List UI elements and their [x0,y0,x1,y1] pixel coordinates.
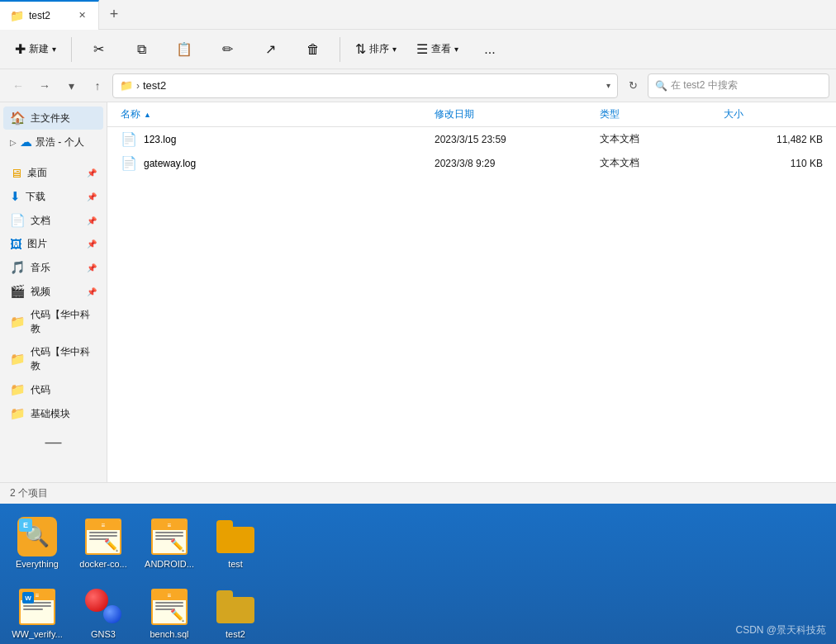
gns3-icon-img [83,587,123,627]
view-button[interactable]: ☰ 查看 ▾ [408,35,467,64]
address-dropdown-icon[interactable]: ▾ [606,81,610,90]
sidebar-item-label: 视频 [31,285,50,299]
search-icon: 🔍 [655,80,667,92]
file-document-icon: 📄 [121,131,137,147]
folder-icon: 📁 [10,352,26,367]
desktop-icon-docker[interactable]: ≡ ✏️ docker-co... [70,512,136,574]
everything-icon-img: 🔍 E [17,517,57,556]
gns3-balls [83,587,123,627]
desktop-icons-row2: ≡ W WW_verify... [0,582,836,644]
sidebar-item-cloud[interactable]: ▷ ☁ 景浩 - 个人 [3,130,103,154]
file-type: 文本文档 [600,132,724,146]
documents-icon: 📄 [10,213,26,228]
tab-close-button[interactable]: ✕ [75,9,88,22]
benchsql-icon-img: ≡ ✏️ [150,587,189,627]
file-size: 11,482 KB [724,134,823,145]
sidebar-item-videos[interactable]: 🎬 视频 📌 [3,280,103,303]
icon-label-wwverify: WW_verify... [12,629,63,639]
up-dropdown-button[interactable]: ▾ [59,74,83,97]
col-name-header[interactable]: 名称 ▲ [121,107,435,121]
toolbar-separator-2 [340,37,340,62]
icon-label-benchsql: bench.sql [150,629,188,639]
sidebar-item-code3[interactable]: 📁 代码 [3,378,103,401]
pin-icon: 📌 [87,168,97,178]
search-placeholder: 在 test2 中搜索 [671,78,738,92]
desktop-icon-test2[interactable]: test2 [202,582,268,644]
file-name: 123.log [144,134,176,145]
sidebar-item-pictures[interactable]: 🖼 图片 📌 [3,233,103,255]
copy-icon: ⧉ [137,42,146,57]
nav-bar: ← → ▾ ↑ 📁 › test2 ▾ ↻ 🔍 在 test2 中搜索 [0,69,836,102]
new-chevron-icon: ▾ [52,45,56,54]
parent-button[interactable]: ↑ [86,74,109,97]
file-list-header: 名称 ▲ 修改日期 类型 大小 [107,102,836,127]
docker-icon-img: ≡ ✏️ [83,517,123,556]
new-button[interactable]: ✚ 新建 ▾ [7,35,64,64]
explorer-window: 📁 test2 ✕ + ✚ 新建 ▾ ✂ ⧉ 📋 ✏ ↗ 🗑 [0,0,836,504]
table-row[interactable]: 📄 gateway.log 2023/3/8 9:29 文本文档 110 KB [107,151,836,175]
sort-button[interactable]: ⇅ 排序 ▾ [347,35,405,64]
wwverify-icon-img: ≡ W [17,587,57,627]
back-button[interactable]: ← [7,74,30,97]
file-type: 文本文档 [600,156,724,170]
file-name-cell: 📄 gateway.log [121,155,435,171]
refresh-button[interactable]: ↻ [621,74,644,97]
forward-button[interactable]: → [33,74,56,97]
pin-icon: 📌 [87,263,97,272]
rename-button[interactable]: ✏ [207,33,247,66]
icon-label-test: test [228,559,243,569]
pin-icon: 📌 [87,239,97,249]
pin-icon: 📌 [87,287,97,296]
desktop-icon-benchsql[interactable]: ≡ ✏️ bench.sql [136,582,202,644]
expand-icon: ▷ [10,138,17,147]
sidebar-item-code1[interactable]: 📁 代码【华中科教 [3,304,103,340]
test-folder-icon-img [216,517,255,556]
sidebar-item-label: 基础模块 [31,407,70,421]
file-list: 名称 ▲ 修改日期 类型 大小 📄 123.log 20 [107,102,836,482]
desktop-icon-gns3[interactable]: GNS3 [70,582,136,644]
search-box[interactable]: 🔍 在 test2 中搜索 [648,73,829,98]
sidebar-item-desktop[interactable]: 🖥 桌面 📌 [3,162,103,184]
sidebar-item-home[interactable]: 🏠 主文件夹 [3,107,103,130]
address-bar[interactable]: 📁 › test2 ▾ [112,73,618,98]
copy-button[interactable]: ⧉ [121,33,161,66]
sidebar-item-module[interactable]: 📁 基础模块 [3,402,103,425]
folder-icon: 📁 [10,315,26,329]
file-name-cell: 📄 123.log [121,131,435,147]
col-modified-header[interactable]: 修改日期 [435,107,600,121]
table-row[interactable]: 📄 123.log 2023/3/15 23:59 文本文档 11,482 KB [107,127,836,151]
share-button[interactable]: ↗ [250,33,290,66]
toolbar-separator-1 [71,37,72,62]
sidebar-item-label: 主文件夹 [31,111,70,125]
sort-asc-icon: ▲ [144,111,151,119]
folder-icon: 📁 [10,382,26,397]
sidebar-item-label: 代码【华中科教 [31,308,97,336]
desktop-icon-wwverify[interactable]: ≡ W WW_verify... [4,582,70,644]
ball-blue [103,605,121,623]
desktop-icon-everything[interactable]: 🔍 E Everything [4,512,70,574]
icon-label-docker: docker-co... [79,559,126,569]
sidebar-item-downloads[interactable]: ⬇ 下载 📌 [3,185,103,208]
sidebar-item-music[interactable]: 🎵 音乐 📌 [3,256,103,279]
file-modified: 2023/3/15 23:59 [435,134,600,145]
icon-label-android: ANDROID... [145,559,194,569]
sidebar-item-code2[interactable]: 📁 代码【华中科教 [3,341,103,377]
tab-test2[interactable]: 📁 test2 ✕ [0,0,99,30]
delete-button[interactable]: 🗑 [293,33,333,66]
csdn-watermark: CSDN @景天科技苑 [735,623,826,637]
toolbar: ✚ 新建 ▾ ✂ ⧉ 📋 ✏ ↗ 🗑 ⇅ 排序 ▾ ☰ 查看 [0,30,836,69]
sidebar-item-label: 景浩 - 个人 [36,135,84,149]
desktop-icon: 🖥 [10,166,22,180]
desktop-icon-test[interactable]: test [202,512,268,574]
icon-label-gns3: GNS3 [91,629,116,639]
desktop-icon-android[interactable]: ≡ ✏️ ANDROID... [136,512,202,574]
cut-button[interactable]: ✂ [78,33,118,66]
status-bar: 2 个项目 [0,482,836,504]
paste-button[interactable]: 📋 [164,33,204,66]
col-size-header[interactable]: 大小 [724,107,823,121]
new-tab-button[interactable]: + [99,0,129,30]
col-type-header[interactable]: 类型 [600,107,724,121]
more-button[interactable]: ... [470,33,510,66]
sidebar-item-label: 代码【华中科教 [31,345,97,373]
sidebar-item-documents[interactable]: 📄 文档 📌 [3,209,103,232]
